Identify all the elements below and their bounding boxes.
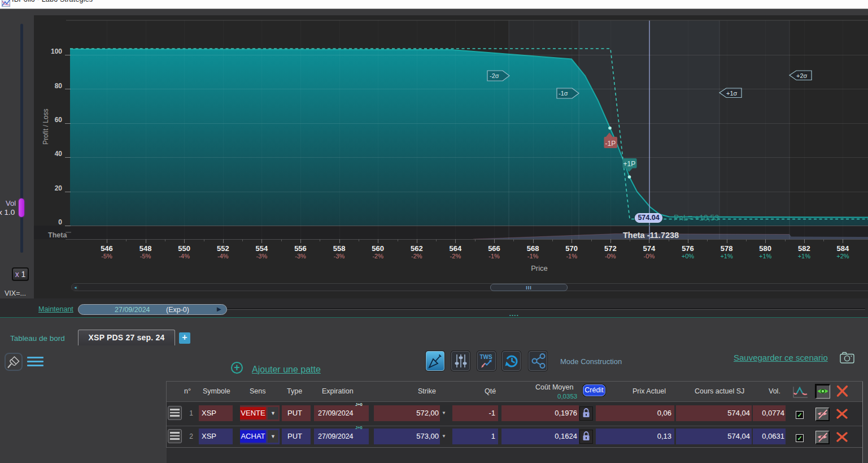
svg-text:+2σ: +2σ [796, 72, 808, 79]
svg-text:+1P: +1P [623, 160, 636, 168]
svg-text:+1σ: +1σ [726, 90, 738, 97]
svg-text:-1σ: -1σ [559, 90, 568, 97]
svg-text:TWS: TWS [480, 354, 493, 360]
